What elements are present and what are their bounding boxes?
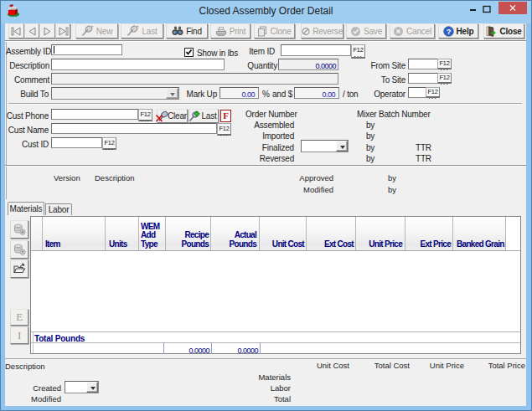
svg-text:?: ?: [446, 27, 451, 36]
